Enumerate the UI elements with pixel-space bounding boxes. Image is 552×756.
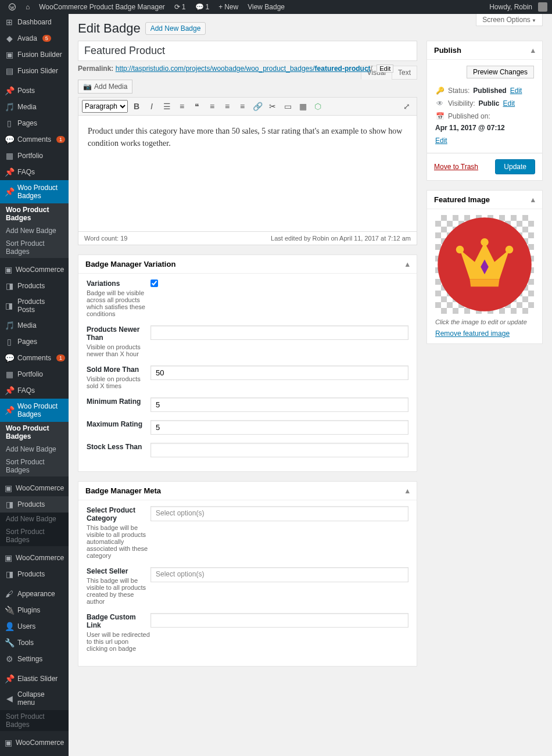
site-name[interactable]: WooCommerce Product Badge Manager: [35, 3, 169, 11]
menu-products-posts[interactable]: ◨Products Posts: [0, 294, 69, 317]
link-button[interactable]: 🔗: [251, 100, 264, 113]
submenu-add-badge-3[interactable]: Add New Badge: [0, 513, 69, 525]
fullscreen-button[interactable]: ⤢: [400, 100, 413, 113]
post-title-input[interactable]: [78, 41, 417, 61]
submenu-all-badges[interactable]: Woo Product Badges: [0, 203, 69, 224]
variations-checkbox[interactable]: [150, 280, 158, 287]
toolbar-toggle-button[interactable]: ▦: [296, 100, 309, 113]
menu-woo-badges[interactable]: 📌Woo Product Badges: [0, 180, 69, 203]
menu-products-3[interactable]: ◨Products: [0, 566, 69, 582]
italic-button[interactable]: I: [145, 100, 158, 113]
featured-image-thumb[interactable]: [435, 215, 534, 314]
menu-fusion-builder[interactable]: ▣Fusion Builder: [0, 46, 69, 63]
submenu-sort-badges[interactable]: Sort Product Badges: [0, 237, 69, 258]
submenu-sort-badges-4[interactable]: Sort Product Badges: [0, 710, 69, 731]
format-select[interactable]: Paragraph: [82, 100, 128, 113]
permalink-base[interactable]: http://taspristudio.com/projects/woobadg…: [116, 65, 315, 73]
max-rating-input[interactable]: [150, 420, 408, 435]
seller-select[interactable]: Select option(s): [150, 567, 408, 582]
menu-tools[interactable]: 🔧Tools: [0, 635, 69, 651]
menu-comments[interactable]: 💬Comments1: [0, 131, 69, 148]
tab-text[interactable]: Text: [392, 66, 417, 80]
align-center-button[interactable]: ≡: [221, 100, 234, 113]
submenu-sort-badges-2[interactable]: Sort Product Badges: [0, 456, 69, 476]
add-media-button[interactable]: 📷Add Media: [78, 80, 132, 94]
menu-media[interactable]: 🎵Media: [0, 99, 69, 115]
new-item[interactable]: + New: [215, 3, 242, 11]
sold-input[interactable]: [150, 366, 408, 380]
menu-woocommerce-3[interactable]: ▣WooCommerce: [0, 550, 69, 566]
howdy[interactable]: Howdy, Robin: [486, 3, 536, 11]
menu-woo-badges-2[interactable]: 📌Woo Product Badges: [0, 399, 69, 422]
fusion-button[interactable]: ⬡: [311, 100, 324, 113]
site-home-icon[interactable]: ⌂: [22, 3, 33, 11]
update-button[interactable]: Update: [495, 159, 535, 174]
stock-label: Stock Less Than: [87, 443, 142, 451]
visibility-edit[interactable]: Edit: [503, 99, 515, 108]
status-edit[interactable]: Edit: [510, 87, 522, 95]
min-rating-input[interactable]: [150, 397, 408, 412]
stock-input[interactable]: [150, 443, 408, 457]
add-new-button[interactable]: Add New Badge: [145, 22, 206, 35]
menu-settings[interactable]: ⚙Settings: [0, 651, 69, 667]
menu-faqs[interactable]: 📌FAQs: [0, 164, 69, 180]
view-badge[interactable]: View Badge: [244, 3, 288, 11]
move-to-trash[interactable]: Move to Trash: [434, 163, 478, 171]
menu-portfolio-2[interactable]: ▦Portfolio: [0, 366, 69, 382]
featured-image-header[interactable]: Featured Image▴: [427, 191, 542, 209]
menu-appearance[interactable]: 🖌Appearance: [0, 586, 69, 602]
menu-collapse[interactable]: ◀Collapse menu: [0, 687, 69, 710]
menu-woocommerce-2[interactable]: ▣WooCommerce: [0, 480, 69, 496]
menu-comments-2[interactable]: 💬Comments1: [0, 350, 69, 366]
screen-options-tab[interactable]: Screen Options: [476, 14, 543, 26]
bullet-list-button[interactable]: ☰: [160, 100, 173, 113]
menu-woocommerce-4[interactable]: ▣WooCommerce: [0, 734, 69, 751]
user-avatar[interactable]: [538, 2, 547, 12]
permalink-slug[interactable]: featured-product: [315, 65, 371, 73]
menu-users[interactable]: 👤Users: [0, 618, 69, 635]
menu-plugins[interactable]: 🔌Plugins: [0, 602, 69, 618]
more-button[interactable]: ▭: [281, 100, 294, 113]
menu-media-2[interactable]: 🎵Media: [0, 317, 69, 334]
align-right-button[interactable]: ≡: [236, 100, 249, 113]
box-meta-header[interactable]: Badge Manager Meta▴: [78, 482, 417, 500]
menu-pages[interactable]: ▯Pages: [0, 115, 69, 131]
menu-woocommerce[interactable]: ▣WooCommerce: [0, 261, 69, 278]
newer-input[interactable]: [150, 325, 408, 340]
chevron-up-icon: ▴: [406, 260, 410, 268]
remove-featured-image[interactable]: Remove featured image: [435, 329, 510, 338]
custom-link-input[interactable]: [150, 613, 408, 628]
submenu-all-badges-2[interactable]: Woo Product Badges: [0, 422, 69, 443]
menu-pages-2[interactable]: ▯Pages: [0, 334, 69, 350]
menu-products[interactable]: ◨Products: [0, 278, 69, 294]
category-select[interactable]: Select option(s): [150, 506, 408, 521]
align-left-button[interactable]: ≡: [206, 100, 218, 113]
submenu-add-badge[interactable]: Add New Badge: [0, 224, 69, 237]
publish-header[interactable]: Publish▴: [427, 41, 542, 60]
sold-label: Sold More Than: [87, 366, 139, 374]
permalink-edit-button[interactable]: Edit: [377, 65, 393, 73]
menu-products-4[interactable]: ◨Products: [0, 751, 69, 756]
unlink-button[interactable]: ✂: [266, 100, 279, 113]
preview-button[interactable]: Preview Changes: [467, 66, 534, 78]
submenu-add-badge-2[interactable]: Add New Badge: [0, 443, 69, 456]
menu-posts[interactable]: 📌Posts: [0, 83, 69, 99]
editor-body[interactable]: Product under this category have more th…: [78, 116, 417, 232]
menu-elastic-slider[interactable]: 📌Elastic Slider: [0, 671, 69, 687]
menu-fusion-slider[interactable]: ▤Fusion Slider: [0, 63, 69, 79]
featured-image-hint: Click the image to edit or update: [435, 318, 534, 325]
menu-avada[interactable]: ◆Avada5: [0, 30, 69, 46]
submenu-sort-badges-3[interactable]: Sort Product Badges: [0, 525, 69, 546]
box-variation-header[interactable]: Badge Manager Variation▴: [78, 255, 417, 274]
refresh-item[interactable]: ⟳ 1: [171, 3, 189, 11]
comments-item[interactable]: 💬 1: [192, 3, 213, 11]
menu-products-2[interactable]: ◨Products: [0, 496, 69, 513]
number-list-button[interactable]: ≡: [175, 100, 188, 113]
menu-portfolio[interactable]: ▦Portfolio: [0, 148, 69, 164]
menu-faqs-2[interactable]: 📌FAQs: [0, 382, 69, 399]
menu-dashboard[interactable]: ⊞Dashboard: [0, 14, 69, 30]
wp-logo[interactable]: [5, 3, 20, 11]
publish-date-edit[interactable]: Edit: [435, 137, 447, 145]
quote-button[interactable]: ❝: [191, 100, 203, 113]
bold-button[interactable]: B: [130, 100, 143, 113]
